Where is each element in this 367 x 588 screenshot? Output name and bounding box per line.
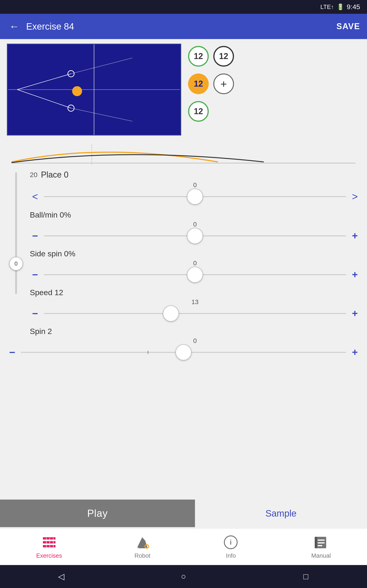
svg-rect-12 xyxy=(43,541,56,544)
speed-slider-track-container xyxy=(44,307,346,320)
svg-rect-27 xyxy=(318,545,322,546)
android-home-button[interactable]: ○ xyxy=(175,569,192,585)
ballmin-slider-track[interactable] xyxy=(44,235,346,236)
svg-rect-13 xyxy=(43,545,56,547)
nav-label-info: Info xyxy=(226,552,236,559)
speed-slider-track[interactable] xyxy=(44,313,346,314)
spin-minus-button[interactable]: − xyxy=(7,346,18,359)
place-slider-track-container xyxy=(44,190,346,204)
svg-rect-26 xyxy=(318,542,325,544)
android-recent-button[interactable]: □ xyxy=(298,569,314,585)
time-display: 9:45 xyxy=(347,3,360,11)
trajectory-section xyxy=(7,140,360,168)
ballmin-slider-track-container xyxy=(44,229,346,243)
svg-rect-25 xyxy=(318,540,325,541)
ballmin-value: 0 xyxy=(30,221,360,228)
vertical-slider-container: 0 xyxy=(7,170,25,294)
ball-badge-orange[interactable]: 12 xyxy=(188,73,209,94)
spin-slider-row: − − + xyxy=(30,346,360,359)
nav-label-manual: Manual xyxy=(311,552,331,559)
main-content: 12 12 12 + 12 xyxy=(0,39,367,528)
tt-canvas[interactable] xyxy=(7,44,181,136)
speed-label: Speed 12 xyxy=(30,288,360,297)
add-ball-button[interactable]: + xyxy=(213,73,234,94)
sidespin-slider-row: − + xyxy=(30,268,360,282)
info-icon: i xyxy=(223,534,239,550)
sidespin-label: Side spin 0% xyxy=(30,249,360,258)
sidespin-plus-button[interactable]: + xyxy=(350,268,360,281)
spin-slider-thumb[interactable] xyxy=(175,344,192,360)
ball-badge-green-2[interactable]: 12 xyxy=(188,101,209,122)
ball-badge-black[interactable]: 12 xyxy=(213,46,234,67)
battery-icon: 🔋 xyxy=(337,3,344,10)
page-title: Exercise 84 xyxy=(26,21,336,32)
manual-icon xyxy=(313,534,329,550)
nav-item-robot[interactable]: Robot xyxy=(127,532,157,562)
save-button[interactable]: SAVE xyxy=(336,22,360,31)
spin-slider-track[interactable] xyxy=(21,352,346,353)
place-left-label: 20 xyxy=(30,171,37,179)
vertical-slider-track[interactable]: 0 xyxy=(15,172,17,294)
sidespin-slider-thumb[interactable] xyxy=(187,267,203,283)
sample-button[interactable]: Sample xyxy=(195,500,367,527)
place-right-button[interactable]: > xyxy=(350,190,360,204)
svg-line-5 xyxy=(17,74,71,90)
spin-plus-button[interactable]: + xyxy=(350,346,360,359)
sidespin-slider-track-container xyxy=(44,268,346,282)
spin-slider-group: Spin 2 0 − − + xyxy=(30,327,360,359)
bottom-nav: Exercises Robot i Info xyxy=(0,528,367,565)
controls-area: 0 20 Place 0 0 < xyxy=(7,170,360,359)
ballmin-slider-row: − + xyxy=(30,229,360,243)
sidespin-slider-track[interactable] xyxy=(44,274,346,275)
svg-line-6 xyxy=(17,90,71,108)
nav-label-exercises: Exercises xyxy=(36,552,62,559)
ball-controls: 12 12 12 + 12 xyxy=(188,44,234,136)
svg-text:i: i xyxy=(230,538,232,546)
svg-line-7 xyxy=(71,58,133,74)
ball-row-3: 12 xyxy=(188,101,234,122)
spin-label: Spin 2 xyxy=(30,327,360,336)
android-back-button[interactable]: ◁ xyxy=(53,569,69,585)
place-label: Place 0 xyxy=(41,170,68,180)
ball-row-2: 12 + xyxy=(188,73,234,94)
play-button[interactable]: Play xyxy=(0,500,195,527)
signal-icon: LTE↑ xyxy=(320,3,334,10)
robot-icon xyxy=(134,534,150,550)
ballmin-slider-group: Ball/min 0% 0 − + xyxy=(30,210,360,243)
nav-item-exercises[interactable]: Exercises xyxy=(29,532,69,562)
place-slider-track[interactable] xyxy=(44,196,346,197)
svg-rect-24 xyxy=(315,537,317,548)
svg-rect-11 xyxy=(43,537,56,540)
action-row: Play Sample xyxy=(0,498,367,528)
vertical-slider-thumb[interactable]: 0 xyxy=(9,257,23,271)
svg-point-2 xyxy=(72,86,82,96)
status-bar: LTE↑ 🔋 9:45 xyxy=(0,0,367,14)
spin-value: 0 xyxy=(30,337,360,345)
speed-value: 13 xyxy=(30,298,360,306)
ballmin-plus-button[interactable]: + xyxy=(350,230,360,242)
nav-item-manual[interactable]: Manual xyxy=(304,532,338,562)
spin-slider-track-container xyxy=(21,346,346,359)
place-value: 0 xyxy=(30,182,360,189)
ball-badge-green-1[interactable]: 12 xyxy=(188,46,209,67)
back-button[interactable]: ← xyxy=(7,18,22,35)
svg-line-8 xyxy=(71,108,133,121)
speed-slider-thumb[interactable] xyxy=(163,305,179,321)
sidespin-value: 0 xyxy=(30,259,360,267)
place-row: 20 Place 0 xyxy=(30,170,360,180)
spin-tick-mark xyxy=(148,351,148,354)
status-icons: LTE↑ 🔋 9:45 xyxy=(320,3,360,11)
ballmin-minus-button[interactable]: − xyxy=(30,230,40,242)
speed-slider-group: Speed 12 13 − + xyxy=(30,288,360,320)
nav-label-robot: Robot xyxy=(134,552,150,559)
sidespin-minus-button[interactable]: − xyxy=(30,268,40,281)
place-slider-thumb[interactable] xyxy=(187,189,203,205)
speed-minus-button[interactable]: − xyxy=(30,307,40,320)
nav-item-info[interactable]: i Info xyxy=(216,532,246,562)
place-slider-group: 0 < > xyxy=(30,182,360,204)
sliders-section: 20 Place 0 0 < > xyxy=(30,170,360,359)
place-left-button[interactable]: < xyxy=(30,190,40,204)
ballmin-slider-thumb[interactable] xyxy=(187,228,203,244)
ball-row-1: 12 12 xyxy=(188,46,234,67)
speed-plus-button[interactable]: + xyxy=(350,307,360,320)
